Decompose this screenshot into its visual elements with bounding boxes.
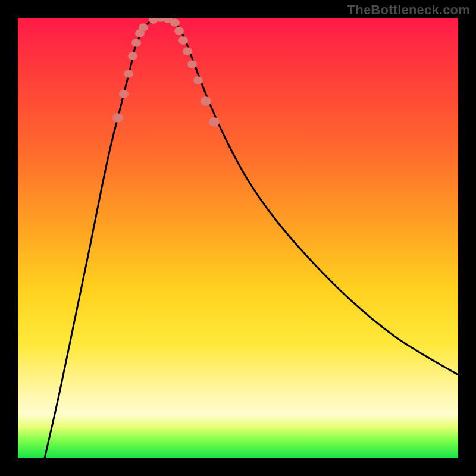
marker-dot — [193, 76, 203, 84]
marker-dot — [170, 18, 180, 27]
watermark-text: TheBottleneck.com — [347, 2, 470, 18]
marker-dot — [209, 117, 220, 126]
marker-dot — [112, 113, 123, 122]
marker-dot — [128, 52, 137, 60]
curve-lines — [45, 18, 458, 458]
marker-dot — [119, 90, 129, 98]
marker-dot — [183, 47, 192, 55]
marker-dot — [187, 60, 197, 68]
curve-layer — [18, 18, 458, 458]
chart-frame: TheBottleneck.com — [0, 0, 476, 476]
marker-dot — [174, 27, 184, 35]
curve-left-curve — [45, 20, 152, 458]
marker-dot — [131, 39, 141, 47]
curve-markers — [112, 18, 220, 127]
plot-area — [18, 18, 458, 458]
marker-dot — [139, 23, 148, 32]
marker-dot — [178, 36, 188, 45]
curve-right-curve — [173, 20, 458, 375]
marker-dot — [201, 96, 211, 105]
marker-dot — [124, 70, 133, 78]
